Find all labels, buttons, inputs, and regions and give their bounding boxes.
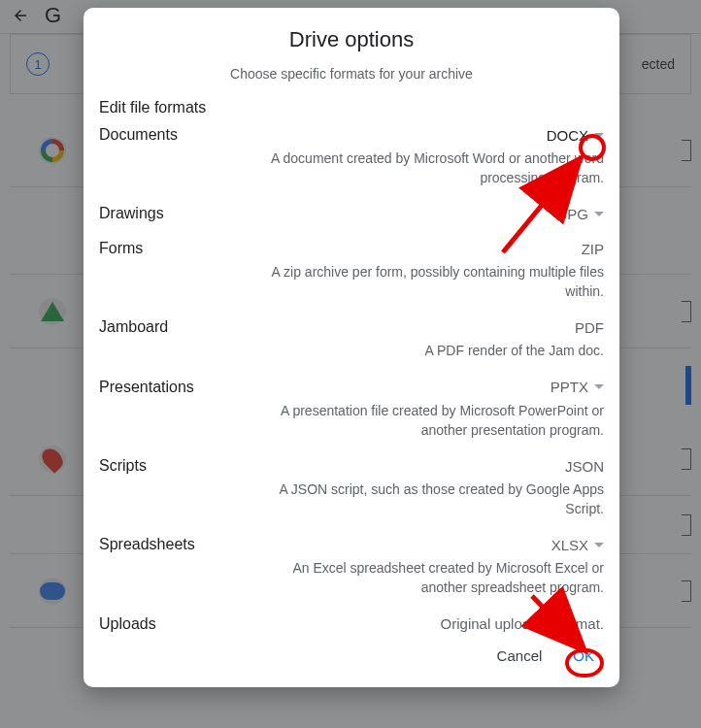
format-label: Jamboard (99, 318, 168, 336)
format-row-drawings: Drawings JPG (99, 201, 604, 236)
format-row-jamboard: Jamboard PDF A PDF render of the Jam doc… (99, 314, 604, 375)
dialog-title: Drive options (83, 27, 619, 52)
format-label: Drawings (99, 205, 164, 222)
format-description: A document created by Microsoft Word or … (99, 149, 604, 187)
format-dropdown-drawings[interactable]: JPG (560, 206, 604, 222)
format-value: JPG (560, 206, 588, 222)
section-label: Edit file formats (83, 99, 619, 122)
format-description: A zip archive per form, possibly contain… (99, 263, 604, 301)
format-value: ZIP (582, 241, 604, 257)
format-label: Uploads (99, 615, 156, 633)
format-label: Spreadsheets (99, 536, 195, 553)
format-value-scripts: JSON (565, 458, 604, 475)
format-label: Presentations (99, 379, 194, 396)
format-label: Scripts (99, 457, 147, 475)
format-value: JSON (565, 458, 604, 475)
format-label: Forms (99, 240, 143, 257)
format-value-uploads: Original uploaded format. (441, 615, 604, 632)
dialog-actions: Cancel OK (83, 634, 619, 674)
format-description: An Excel spreadsheet created by Microsof… (99, 559, 604, 597)
format-description: A JSON script, such as those created by … (99, 480, 604, 518)
format-dropdown-documents[interactable]: DOCX (547, 127, 604, 144)
drive-options-dialog: Drive options Choose specific formats fo… (83, 8, 619, 687)
format-row-scripts: Scripts JSON A JSON script, such as thos… (99, 453, 604, 532)
chevron-down-icon (594, 384, 604, 389)
chevron-down-icon (594, 212, 604, 216)
format-row-forms: Forms ZIP A zip archive per form, possib… (99, 236, 604, 314)
format-dropdown-presentations[interactable]: PPTX (551, 379, 604, 395)
chevron-down-icon (594, 543, 604, 547)
cancel-button[interactable]: Cancel (493, 642, 547, 670)
format-dropdown-spreadsheets[interactable]: XLSX (551, 537, 604, 553)
ok-button[interactable]: OK (569, 642, 598, 670)
format-description: A presentation file created by Microsoft… (99, 402, 604, 440)
format-value: PDF (575, 319, 604, 336)
format-label: Documents (99, 126, 178, 144)
format-value-forms: ZIP (582, 241, 604, 257)
format-value: XLSX (551, 537, 588, 553)
format-row-documents: Documents DOCX A document created by Mic… (99, 122, 604, 201)
format-value: PPTX (551, 379, 588, 395)
format-value: DOCX (547, 127, 588, 144)
dialog-subtitle: Choose specific formats for your archive (83, 66, 619, 82)
format-value-jamboard: PDF (575, 319, 604, 336)
format-value: Original uploaded format. (441, 615, 604, 632)
format-row-uploads: Uploads Original uploaded format. Files … (99, 612, 604, 634)
chevron-down-icon (594, 133, 604, 138)
format-row-presentations: Presentations PPTX A presentation file c… (99, 375, 604, 453)
format-description: A PDF render of the Jam doc. (99, 342, 604, 361)
format-row-spreadsheets: Spreadsheets XLSX An Excel spreadsheet c… (99, 532, 604, 611)
